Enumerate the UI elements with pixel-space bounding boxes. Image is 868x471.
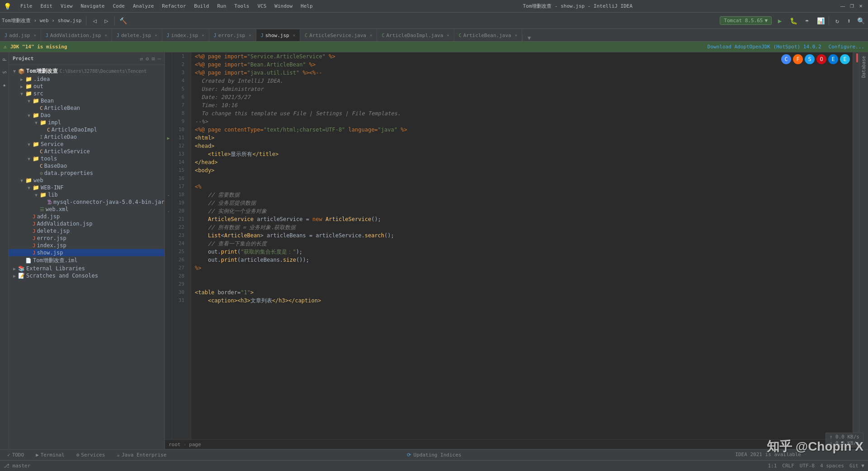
tree-web-xml[interactable]: ▶ ☰ web.xml (9, 206, 165, 213)
tabs-overflow-button[interactable]: ▼ (522, 35, 536, 41)
close-button[interactable]: ✕ (857, 3, 864, 10)
maximize-button[interactable]: ❐ (848, 3, 855, 10)
breadcrumb-root[interactable]: root (169, 442, 181, 447)
tree-web-folder[interactable]: ▼ 📁 web (9, 177, 165, 184)
tab-close-error-jsp[interactable]: ✕ (249, 33, 251, 38)
menu-view[interactable]: View (57, 2, 76, 10)
gutter-fold-18[interactable]: - (165, 191, 172, 199)
git-button[interactable]: ⬆ (844, 15, 854, 26)
run-config-selector[interactable]: Tomcat 8.5.65 ▼ (720, 16, 772, 25)
project-tool-button[interactable]: P (1, 56, 8, 63)
tab-index-jsp[interactable]: J index.jsp ✕ (162, 29, 209, 41)
run-button[interactable]: ▶ (774, 15, 785, 26)
menu-build[interactable]: Build (190, 2, 212, 10)
tree-out-folder[interactable]: ▶ 📁 out (9, 83, 165, 90)
tree-service-folder[interactable]: ▼ 📁 Service (9, 141, 165, 148)
menu-analyze[interactable]: Analyze (129, 2, 157, 10)
breadcrumb-page[interactable]: page (189, 442, 201, 447)
gutter-run-11[interactable]: ▶ (165, 134, 172, 142)
cursor-position[interactable]: 1:1 (768, 463, 777, 469)
coverage-button[interactable]: ☂ (802, 15, 812, 26)
tree-external-libraries[interactable]: ▶ 📚 External Libraries (9, 265, 165, 272)
favorites-tool-button[interactable]: ★ (1, 81, 8, 89)
tree-data-properties[interactable]: ▶ ⚙ data.properties (9, 170, 165, 177)
update-button[interactable]: ↻ (832, 15, 843, 26)
tree-index-jsp[interactable]: ▶ J index.jsp (9, 242, 165, 249)
git-status[interactable]: Git ▼ (849, 463, 864, 469)
tree-show-jsp[interactable]: ▶ J show.jsp (9, 249, 165, 256)
tab-close-article-dao-impl[interactable]: ✕ (447, 33, 449, 38)
tree-webinf-folder[interactable]: ▼ 📁 WEB-INF (9, 184, 165, 191)
opera-icon[interactable]: O (816, 54, 826, 64)
tab-close-delete-jsp[interactable]: ✕ (155, 33, 157, 38)
menu-run[interactable]: Run (213, 2, 230, 10)
todo-tab[interactable]: ✓ TODO (2, 451, 29, 459)
java-enterprise-tab[interactable]: ☕ Java Enterprise (111, 451, 172, 459)
tab-error-jsp[interactable]: J error.jsp ✕ (209, 29, 256, 41)
tab-close-article-service[interactable]: ✕ (370, 33, 372, 38)
firefox-icon[interactable]: F (793, 54, 803, 64)
code-content[interactable]: <%@ page import="Service.ArticleService"… (191, 52, 853, 439)
gear-icon[interactable]: ⚙ (146, 56, 149, 62)
file-encoding[interactable]: UTF-8 (800, 463, 815, 469)
database-tool-button[interactable]: Database (861, 56, 866, 78)
tree-base-dao[interactable]: ▶ C BaseDao (9, 162, 165, 170)
tree-iml-file[interactable]: ▶ 📄 Tom增删改查.iml (9, 256, 165, 265)
tab-add-jsp[interactable]: J add.jsp ✕ (0, 29, 41, 41)
tree-mysql-jar[interactable]: ▶ 🗜 mysql-connector-java-5.0.4-bin.jar (9, 198, 165, 206)
download-jdk-link[interactable]: Download AdoptOpenJDK (HotSpot) 14.0.2 (708, 44, 821, 50)
profile-button[interactable]: 📊 (815, 15, 826, 26)
tree-idea-folder[interactable]: ▶ 📁 .idea (9, 75, 165, 83)
debug-button[interactable]: 🐛 (788, 15, 799, 26)
tab-article-service[interactable]: C ArticleService.java ✕ (300, 29, 377, 41)
forward-button[interactable]: ▷ (101, 15, 112, 26)
tab-show-jsp[interactable]: J show.jsp ✕ (256, 29, 300, 41)
tab-close-article-bean[interactable]: ✕ (515, 33, 517, 38)
menu-tools[interactable]: Tools (231, 2, 253, 10)
gutter-fold-20[interactable]: - (165, 207, 172, 215)
tab-close-index-jsp[interactable]: ✕ (202, 33, 204, 38)
search-everywhere-button[interactable]: 🔍 (855, 15, 866, 26)
tab-article-dao-impl[interactable]: C ArticleDaoImpl.java ✕ (377, 29, 454, 41)
terminal-tab[interactable]: ▶ Terminal (30, 451, 70, 459)
sync-icon[interactable]: ⇄ (140, 56, 143, 62)
menu-help[interactable]: Help (297, 2, 316, 10)
tree-impl-folder[interactable]: ▼ 📁 impl (9, 119, 165, 126)
tree-src-folder[interactable]: ▼ 📁 src (9, 90, 165, 97)
menu-edit[interactable]: Edit (37, 2, 57, 10)
tree-addvalidation-jsp[interactable]: ▶ J AddValidation.jsp (9, 220, 165, 227)
tree-scratches-consoles[interactable]: ▶ 📝 Scratches and Consoles (9, 272, 165, 279)
tab-close-addvalidation[interactable]: ✕ (104, 33, 107, 38)
services-tab[interactable]: ⚙ Services (71, 451, 111, 459)
back-button[interactable]: ◁ (89, 15, 100, 26)
menu-navigate[interactable]: Navigate (77, 2, 108, 10)
tab-close-add-jsp[interactable]: ✕ (33, 33, 36, 38)
indent-info[interactable]: 4 spaces (820, 463, 844, 469)
tab-addvalidation-jsp[interactable]: J AddValidation.jsp ✕ (41, 29, 112, 41)
tab-delete-jsp[interactable]: J delete.jsp ✕ (112, 29, 162, 41)
minimize-button[interactable]: — (839, 3, 846, 10)
structure-tool-button[interactable]: S (1, 69, 8, 76)
tree-lib-folder[interactable]: ▼ 📁 lib (9, 191, 165, 198)
chrome-icon[interactable]: C (781, 54, 791, 64)
menu-window[interactable]: Window (271, 2, 296, 10)
hide-icon[interactable]: — (158, 56, 161, 62)
vcs-branch[interactable]: ⎇ master (4, 463, 30, 469)
configure-link[interactable]: Configure... (829, 44, 864, 50)
tree-article-bean[interactable]: ▶ C ArticleBean (9, 104, 165, 112)
menu-refactor[interactable]: Refactor (158, 2, 189, 10)
menu-file[interactable]: File (17, 2, 36, 10)
tree-article-dao-impl[interactable]: ▶ C ArticleDaoImpl (9, 126, 165, 133)
tree-add-jsp[interactable]: ▶ J add.jsp (9, 213, 165, 220)
tree-article-service[interactable]: ▶ C ArticleService (9, 148, 165, 155)
line-ending[interactable]: CRLF (782, 463, 794, 469)
tree-dao-folder[interactable]: ▼ 📁 Dao (9, 112, 165, 119)
tab-article-bean[interactable]: C ArticleBean.java ✕ (454, 29, 522, 41)
menu-code[interactable]: Code (109, 2, 128, 10)
tree-bean-folder[interactable]: ▼ 📁 Bean (9, 97, 165, 104)
build-button[interactable]: 🔨 (118, 15, 128, 26)
tree-delete-jsp[interactable]: ▶ J delete.jsp (9, 227, 165, 235)
safari-icon[interactable]: S (805, 54, 815, 64)
tree-article-dao[interactable]: ▶ I ArticleDao (9, 133, 165, 141)
edge-icon[interactable]: E (828, 54, 838, 64)
